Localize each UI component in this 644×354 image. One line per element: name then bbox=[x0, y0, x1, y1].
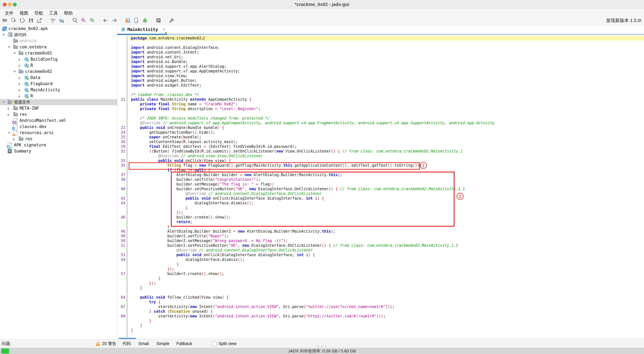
line-number: 40 bbox=[117, 186, 127, 191]
line-number bbox=[117, 276, 127, 281]
code-pane[interactable]: package com.entebra.crackme0x02;import a… bbox=[117, 36, 644, 337]
horizontal-scrollbar-thumb[interactable] bbox=[119, 338, 136, 339]
sync-button[interactable] bbox=[49, 17, 56, 24]
adb-debug-button[interactable] bbox=[133, 17, 140, 24]
panel-resize-grip[interactable] bbox=[318, 346, 326, 347]
line-number bbox=[117, 248, 127, 253]
chevron-right-icon[interactable] bbox=[19, 95, 20, 98]
add-files-button[interactable] bbox=[10, 17, 17, 24]
tree-item-com.entebra[interactable]: com.entebra bbox=[0, 44, 117, 50]
warnings-badge[interactable]: 20 警告 bbox=[96, 339, 116, 348]
code-line-11: import android.widget.EditText; bbox=[117, 83, 644, 88]
tree-item-BuildConfig[interactable]: cBuildConfig bbox=[0, 56, 117, 62]
line-number: 21 bbox=[117, 97, 127, 102]
tree-item-R[interactable]: cR bbox=[0, 93, 117, 99]
chevron-right-icon[interactable] bbox=[19, 64, 20, 67]
folder-icon bbox=[13, 107, 18, 110]
reload-button[interactable] bbox=[19, 17, 26, 24]
tree-item-resources.arsc[interactable]: resources.arsc bbox=[0, 130, 117, 136]
text-search-button[interactable] bbox=[72, 17, 78, 24]
code-text: /* loaded from: classes.dex */ bbox=[129, 92, 644, 97]
debugger-button[interactable] bbox=[141, 17, 148, 24]
code-line-5: import android.net.Uri; bbox=[117, 55, 644, 59]
tree-item-res[interactable]: res bbox=[0, 111, 117, 118]
open-file-button[interactable] bbox=[2, 17, 9, 24]
code-line-28: 35 String flag = new FlagGuard().getFlag… bbox=[117, 163, 644, 168]
code-line-27: 33 public void onClick(View view) { bbox=[117, 158, 644, 163]
close-tab-icon[interactable]: × bbox=[162, 27, 165, 31]
comment-search-button[interactable] bbox=[89, 17, 96, 24]
code-line-3: import android.content.DialogInterface; bbox=[117, 45, 644, 50]
tree-item-res[interactable]: res bbox=[0, 136, 117, 142]
menu-item-0[interactable]: 文件 bbox=[4, 10, 15, 16]
forward-button[interactable] bbox=[111, 17, 118, 24]
code-text: package com.entebra.crackme0x02; bbox=[129, 36, 644, 40]
bottom-tab-smali[interactable]: Smali bbox=[138, 339, 149, 348]
tree-item-R[interactable]: cR bbox=[0, 62, 117, 68]
tree-item-APK_signature[interactable]: APK signature bbox=[0, 142, 117, 148]
code-text: if (flag != null) { bbox=[129, 168, 644, 173]
tree-item-crackme0x02[interactable]: crackme0x02 bbox=[0, 68, 117, 75]
tree-item-_[interactable]: 源代码 bbox=[0, 32, 117, 38]
chevron-down-icon[interactable] bbox=[2, 101, 5, 103]
bottom-tab-code[interactable]: 代码 bbox=[122, 339, 131, 348]
line-number: 25 bbox=[117, 135, 127, 140]
tree-item-crackme0x01[interactable]: crackme0x01 bbox=[0, 50, 117, 56]
chevron-down-icon[interactable] bbox=[2, 34, 5, 36]
chevron-right-icon[interactable] bbox=[19, 58, 20, 61]
chevron-right-icon[interactable] bbox=[19, 77, 20, 79]
chevron-down-icon[interactable] bbox=[13, 71, 16, 73]
code-text: } catch (Exception unused) { bbox=[129, 309, 644, 314]
tree-item-crackme_0x02.apk[interactable]: crackme_0x02.apk bbox=[0, 26, 117, 32]
code-text: dialogInterface.dismiss(); bbox=[129, 257, 644, 262]
open-file-icon bbox=[2, 17, 8, 23]
line-number bbox=[117, 323, 127, 328]
menu-item-3[interactable]: 工具 bbox=[48, 10, 59, 16]
tab-underline bbox=[117, 34, 644, 35]
preferences-button[interactable] bbox=[168, 17, 175, 24]
code-text: try { bbox=[129, 300, 644, 304]
menu-item-4[interactable]: 帮助 bbox=[62, 10, 74, 16]
save-all-button[interactable] bbox=[27, 17, 34, 24]
chevron-down-icon[interactable] bbox=[13, 52, 16, 54]
tree-item-Data[interactable]: cData bbox=[0, 75, 117, 81]
split-view-checkbox[interactable] bbox=[212, 342, 217, 346]
chevron-down-icon[interactable] bbox=[8, 46, 10, 48]
tree-item-label: R bbox=[30, 93, 33, 99]
chevron-right-icon[interactable] bbox=[19, 83, 20, 86]
tab-mainactivity[interactable]: c MainActivity × bbox=[117, 25, 167, 34]
tree-item-FlagGuard[interactable]: cFlagGuard bbox=[0, 81, 117, 87]
tree-item-MainActivity[interactable]: cMainActivity bbox=[0, 87, 117, 93]
chevron-right-icon[interactable] bbox=[8, 107, 10, 110]
menu-item-2[interactable]: 导航 bbox=[33, 10, 44, 16]
code-text: builder.setTitle("Congratulations!"); bbox=[129, 177, 644, 182]
export-button[interactable] bbox=[36, 17, 43, 24]
chevron-right-icon[interactable] bbox=[13, 138, 15, 141]
class-search-button[interactable] bbox=[80, 17, 87, 24]
bottom-tab-simple[interactable]: Simple bbox=[156, 339, 170, 348]
tree-item-classes.dex[interactable]: Jclasses.dex bbox=[0, 124, 117, 130]
code-text: public class MainActivity extends AppCom… bbox=[129, 97, 644, 102]
code-line-29: if (flag != null) { bbox=[117, 168, 644, 173]
tree-item-android[interactable]: android bbox=[0, 38, 117, 44]
line-number bbox=[117, 309, 127, 314]
deobfuscation-button[interactable] bbox=[124, 17, 131, 24]
log-viewer-button[interactable] bbox=[155, 17, 162, 24]
tree-item-AndroidManifest.xml[interactable]: MFAndroidManifest.xml bbox=[0, 118, 117, 124]
bottom-tab-fallback[interactable]: Fallback bbox=[176, 339, 192, 348]
line-number: 50 bbox=[117, 238, 127, 243]
tree-item-Summary[interactable]: Summary bbox=[0, 148, 117, 154]
chevron-right-icon[interactable] bbox=[8, 113, 10, 116]
update-notice-link[interactable]: 发现新版本 1.5.0! bbox=[606, 16, 642, 25]
tree-item-_[interactable]: 资源文件 bbox=[0, 99, 117, 105]
tree-item-META-INF[interactable]: META-INF bbox=[0, 105, 117, 111]
code-text: private final String description = "Leve… bbox=[129, 107, 644, 111]
flatten-packages-button[interactable] bbox=[58, 17, 65, 24]
menu-item-1[interactable]: 视图 bbox=[18, 10, 30, 16]
tree-item-label: Data bbox=[30, 75, 40, 81]
line-number bbox=[117, 328, 127, 333]
chevron-right-icon[interactable] bbox=[19, 89, 20, 92]
chevron-down-icon[interactable] bbox=[8, 132, 10, 134]
back-button[interactable] bbox=[102, 17, 109, 24]
code-line-59: } catch (Exception unused) { bbox=[117, 309, 644, 314]
